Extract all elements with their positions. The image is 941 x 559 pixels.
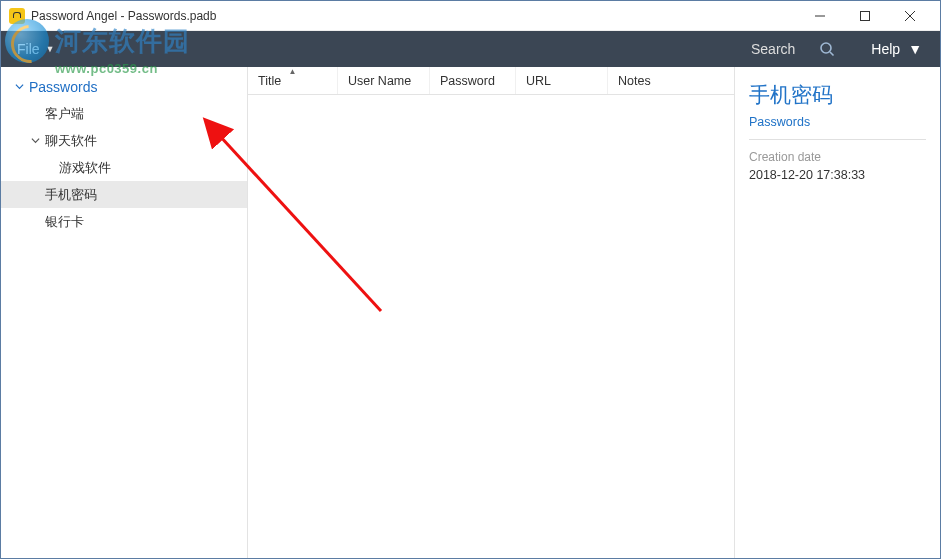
detail-pane: 手机密码 Passwords Creation date 2018-12-20 … [735,67,940,558]
svg-rect-1 [860,11,869,20]
tree-root-label: Passwords [29,79,97,95]
window-title: Password Angel - Passwords.padb [31,9,797,23]
file-menu-label: File [17,41,40,57]
creation-date-value: 2018-12-20 17:38:33 [749,168,926,182]
tree-item[interactable]: 聊天软件 [1,127,247,154]
maximize-button[interactable] [842,2,887,30]
column-username-label: User Name [348,74,411,88]
entries-list: ▲ Title User Name Password URL Notes [248,67,735,558]
tree-item-label: 聊天软件 [45,132,97,150]
main-content: Passwords 客户端 聊天软件 游戏软件 手机密码 银行卡 [1,67,940,558]
tree-item-label: 银行卡 [45,213,84,231]
search-icon[interactable] [813,35,841,63]
column-password[interactable]: Password [430,67,516,94]
detail-subtitle: Passwords [749,115,926,129]
tree-item-label: 手机密码 [45,186,97,204]
chevron-down-icon: ▼ [46,44,55,54]
folder-tree: Passwords 客户端 聊天软件 游戏软件 手机密码 银行卡 [1,67,247,235]
tree-item-label: 游戏软件 [59,159,111,177]
column-password-label: Password [440,74,495,88]
column-title-label: Title [258,74,281,88]
chevron-down-icon: ▼ [908,41,922,57]
column-url-label: URL [526,74,551,88]
svg-line-5 [830,52,834,56]
close-button[interactable] [887,2,932,30]
app-icon [9,8,25,24]
creation-date-label: Creation date [749,150,926,164]
column-title[interactable]: ▲ Title [248,67,338,94]
tree-item[interactable]: 银行卡 [1,208,247,235]
tree-root-passwords[interactable]: Passwords [1,73,247,100]
file-menu[interactable]: File ▼ [7,35,64,63]
column-notes-label: Notes [618,74,651,88]
window-controls [797,2,932,30]
chevron-down-icon[interactable] [13,82,25,91]
help-menu-label: Help [871,41,900,57]
svg-point-4 [821,43,831,53]
minimize-button[interactable] [797,2,842,30]
column-url[interactable]: URL [516,67,608,94]
column-notes[interactable]: Notes [608,67,734,94]
tree-item-selected[interactable]: 手机密码 [1,181,247,208]
menubar: File ▼ Search Help ▼ [1,31,940,67]
tree-item-label: 客户端 [45,105,84,123]
detail-title: 手机密码 [749,81,926,109]
chevron-down-icon[interactable] [29,136,41,145]
titlebar: Password Angel - Passwords.padb [1,1,940,31]
sort-asc-icon: ▲ [289,67,297,76]
column-username[interactable]: User Name [338,67,430,94]
list-body[interactable] [248,95,734,558]
tree-item[interactable]: 游戏软件 [1,154,247,181]
help-menu[interactable]: Help ▼ [859,35,934,63]
list-header: ▲ Title User Name Password URL Notes [248,67,734,95]
tree-item[interactable]: 客户端 [1,100,247,127]
search-label[interactable]: Search [751,41,795,57]
sidebar: Passwords 客户端 聊天软件 游戏软件 手机密码 银行卡 [1,67,248,558]
divider [749,139,926,140]
